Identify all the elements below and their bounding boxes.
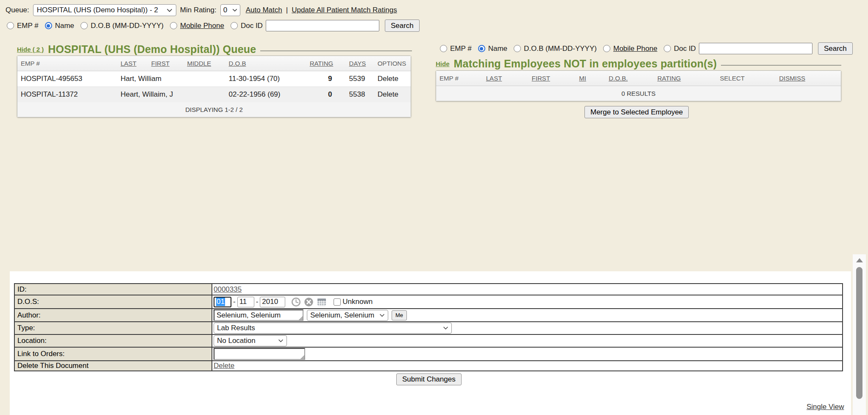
chevron-down-icon <box>167 8 172 12</box>
update-ratings-link[interactable]: Update All Patient Match Ratings <box>292 6 397 14</box>
cell-name: Hart, William <box>117 71 225 86</box>
search-button[interactable]: Search <box>385 19 420 32</box>
radio-dob[interactable] <box>514 45 521 52</box>
vertical-scrollbar[interactable] <box>853 254 866 415</box>
radio-mobile-label[interactable]: Mobile Phone <box>180 22 224 30</box>
min-rating-select[interactable]: 0 <box>220 4 240 16</box>
author-select-value: Selenium, Selenium <box>310 311 374 320</box>
queue-hide-link[interactable]: Hide ( 2 ) <box>17 46 44 53</box>
min-rating-label: Min Rating: <box>180 6 217 14</box>
dos-month-input[interactable]: 01 <box>214 297 231 307</box>
delete-document-link[interactable]: Delete <box>214 362 234 370</box>
link-orders-row: Link to Orders: <box>14 347 843 361</box>
queue-row-1[interactable]: HOSPITAL-495653 Hart, William 11-30-1954… <box>17 71 411 86</box>
col-last[interactable]: LAST <box>483 71 529 86</box>
radio-mobile[interactable] <box>603 45 610 52</box>
auto-match-link[interactable]: Auto Match <box>246 6 282 14</box>
search-input[interactable] <box>266 20 379 31</box>
dos-separator: - <box>256 298 259 306</box>
location-select[interactable]: No Location <box>214 335 287 346</box>
scrollbar-thumb[interactable] <box>856 267 862 399</box>
clear-date-icon[interactable] <box>304 297 314 307</box>
cell-dob: 02-22-1956 (69) <box>225 86 306 102</box>
matching-table-header-row: EMP # LAST FIRST MI D.O.B. RATING SELECT… <box>436 71 841 86</box>
radio-docid-label: Doc ID <box>241 22 263 30</box>
queue-label: Queue: <box>6 6 29 14</box>
merge-button[interactable]: Merge to Selected Employee <box>584 106 689 118</box>
dos-year-input[interactable]: 2010 <box>260 297 285 307</box>
author-input[interactable]: Selenium, Selenium <box>214 309 303 321</box>
queue-select[interactable]: HOSPITAL (UHS (Demo Hospital)) - 2 <box>33 4 176 16</box>
cell-name: Heart, Willaim, J <box>117 86 225 102</box>
dos-day-input[interactable]: 11 <box>237 297 254 307</box>
matching-table: EMP # LAST FIRST MI D.O.B. RATING SELECT… <box>436 70 841 101</box>
link-orders-label: Link to Orders: <box>14 347 212 361</box>
row-delete-link[interactable]: Delete <box>374 71 411 86</box>
radio-name[interactable] <box>45 22 52 29</box>
radio-mobile[interactable] <box>170 22 177 29</box>
radio-emp[interactable] <box>440 45 447 52</box>
author-select[interactable]: Selenium, Selenium <box>307 310 388 321</box>
radio-emp-label: EMP # <box>450 45 472 53</box>
matching-hide-link[interactable]: Hide <box>436 60 450 67</box>
dos-unknown-checkbox[interactable] <box>334 298 341 306</box>
radio-dob-label: D.O.B (MM-DD-YYYY) <box>91 22 164 30</box>
document-id-link[interactable]: 0000335 <box>214 285 242 293</box>
queue-row-2[interactable]: HOSPITAL-11372 Heart, Willaim, J 02-22-1… <box>17 86 411 102</box>
chevron-down-icon <box>379 314 385 317</box>
col-mi[interactable]: MI <box>576 71 605 86</box>
id-row: ID: 0000335 <box>14 284 843 295</box>
radio-emp-label: EMP # <box>17 22 39 30</box>
clock-icon[interactable] <box>291 297 301 307</box>
radio-docid[interactable] <box>231 22 238 29</box>
radio-name-label: Name <box>488 45 507 53</box>
dos-separator: - <box>233 298 236 306</box>
id-label: ID: <box>14 284 212 295</box>
cell-emp: HOSPITAL-495653 <box>17 71 117 86</box>
location-select-value: No Location <box>217 337 256 345</box>
legend-rule <box>721 65 841 66</box>
calendar-icon[interactable] <box>317 297 327 307</box>
col-rating[interactable]: RATING <box>306 56 346 71</box>
dos-row: D.O.S: 01 - 11 - 2010 <box>14 295 843 309</box>
row-delete-link[interactable]: Delete <box>374 86 411 102</box>
delete-document-row: Delete This Document Delete <box>14 361 843 371</box>
col-first[interactable]: FIRST <box>148 56 184 71</box>
single-view-link[interactable]: Single View <box>807 403 844 411</box>
search-button[interactable]: Search <box>818 42 853 55</box>
col-dismiss[interactable]: DISMISS <box>776 71 841 86</box>
min-rating-value: 0 <box>223 6 227 14</box>
col-rating[interactable]: RATING <box>654 71 717 86</box>
location-row: Location: No Location <box>14 334 843 347</box>
search-input[interactable] <box>699 43 812 54</box>
link-orders-textarea[interactable] <box>214 348 305 360</box>
author-label: Author: <box>14 309 212 322</box>
scrollbar-up-icon[interactable] <box>856 258 863 262</box>
radio-docid-label: Doc ID <box>674 45 696 53</box>
radio-docid[interactable] <box>664 45 671 52</box>
resize-grip-icon[interactable] <box>298 315 303 320</box>
submit-changes-button[interactable]: Submit Changes <box>396 373 462 385</box>
radio-name[interactable] <box>478 45 485 52</box>
results-count: 0 RESULTS <box>436 86 841 101</box>
queue-select-value: HOSPITAL (UHS (Demo Hospital)) - 2 <box>37 6 158 14</box>
radio-mobile-label[interactable]: Mobile Phone <box>613 45 657 53</box>
document-edit-table: ID: 0000335 D.O.S: 01 - 11 - 2010 <box>14 283 843 371</box>
queue-table-header-row: EMP # LAST FIRST MIDDLE D.O.B RATING DAY… <box>17 56 411 71</box>
matching-section-title: Matching Employees NOT in employees part… <box>454 58 717 70</box>
col-middle[interactable]: MIDDLE <box>184 56 225 71</box>
me-button[interactable]: Me <box>392 310 407 320</box>
col-last[interactable]: LAST <box>117 56 147 71</box>
cell-rating: 9 <box>306 71 346 86</box>
col-dob[interactable]: D.O.B. <box>605 71 654 86</box>
col-days[interactable]: DAYS <box>346 56 374 71</box>
radio-dob[interactable] <box>81 22 88 29</box>
col-first[interactable]: FIRST <box>529 71 576 86</box>
type-select[interactable]: Lab Results <box>214 323 452 334</box>
col-emp: EMP # <box>17 56 117 71</box>
col-dob[interactable]: D.O.B <box>225 56 306 71</box>
type-label: Type: <box>14 322 212 334</box>
resize-grip-icon[interactable] <box>300 354 304 359</box>
radio-emp[interactable] <box>7 22 14 29</box>
location-label: Location: <box>14 334 212 347</box>
